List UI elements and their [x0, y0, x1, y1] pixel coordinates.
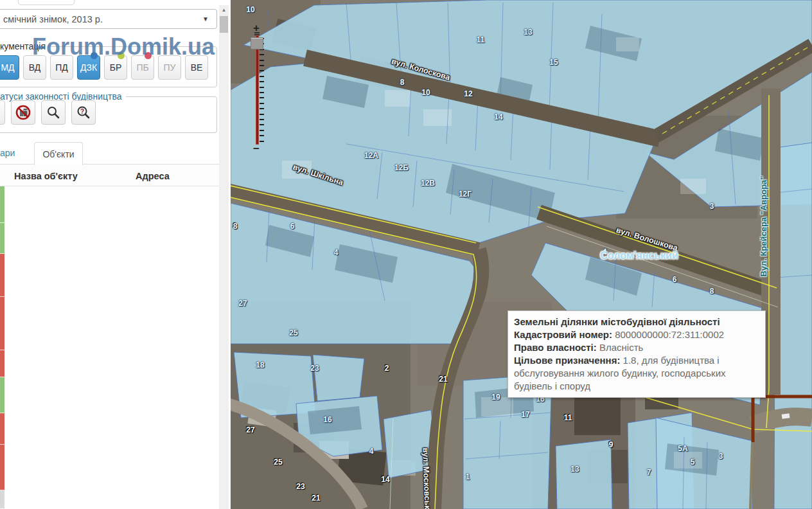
zoom-tick	[260, 87, 264, 88]
parcel-number: 11	[564, 413, 572, 422]
scrollbar-thumb[interactable]	[220, 16, 228, 33]
status-buttons: ?	[0, 100, 96, 125]
doc-button-МД[interactable]: МД	[0, 55, 19, 80]
zoom-tick	[260, 141, 264, 142]
row-status-strip	[0, 350, 4, 377]
doc-button-badge	[145, 52, 152, 59]
no-construction-icon[interactable]	[11, 100, 35, 125]
parcel-number: 6	[673, 275, 677, 284]
parcel-number: 9	[609, 440, 613, 449]
zoom-tick	[260, 76, 264, 77]
basemap-select-value: смічний знімок, 2013 р.	[3, 14, 103, 24]
row-status-strip	[0, 377, 4, 413]
zoom-tick	[260, 81, 264, 82]
zoom-tick	[260, 124, 264, 125]
zoom-tick	[260, 92, 264, 93]
zoom-tick	[260, 70, 264, 71]
doc-button-badge	[91, 52, 98, 59]
tab-objects[interactable]: Об'єкти	[34, 142, 83, 165]
parcel-number: 1	[466, 472, 470, 481]
parcel-number: 27	[246, 425, 254, 434]
column-header-address: Адреса	[136, 171, 170, 181]
map-canvas[interactable]: + − 10111315810121412А12Б12В12Г386446827…	[231, 0, 812, 509]
parcel-number: 8	[400, 78, 405, 87]
search-help-icon[interactable]: ?	[71, 100, 96, 125]
zoom-tick	[260, 60, 264, 61]
doc-button-ПД[interactable]: ПД	[50, 55, 73, 80]
results-table-header: Назва об'єкту Адреса	[0, 165, 219, 186]
row-status-strip	[0, 445, 4, 490]
doc-button-ВЕ[interactable]: ВЕ	[185, 55, 208, 80]
parcel-number: 4	[334, 248, 339, 257]
parcel-number: 3	[710, 202, 714, 211]
parcel-info-tooltip: Земельні ділянки містобудівної діяльност…	[508, 310, 766, 398]
street-label: Вул. Крейсера "Аврора"	[759, 175, 768, 276]
parcel-number: 13	[524, 28, 532, 37]
parcel-number: 16	[323, 415, 331, 424]
doc-button-ПУ[interactable]: ПУ	[158, 55, 181, 80]
parcel-number: 15	[549, 58, 558, 67]
district-label: Солом'янський	[600, 250, 678, 262]
parcel-number: 7	[647, 468, 651, 477]
zoom-tick	[260, 103, 264, 104]
parcel-number: 23	[296, 482, 304, 491]
parcel-number: 25	[289, 328, 297, 337]
tab-divider	[0, 164, 219, 165]
parcel-number: 21	[439, 375, 447, 384]
parcel-number: 21	[312, 494, 320, 503]
parcel-number: 10	[421, 88, 430, 97]
parcel-number: 4	[369, 447, 374, 456]
zoom-tick	[260, 108, 264, 109]
row-status-strip	[0, 413, 4, 445]
parcel-number: 27	[238, 299, 247, 308]
parcel-number: 14	[494, 112, 502, 121]
parcel-number: 5	[691, 458, 695, 467]
zoom-slider-track[interactable]	[256, 35, 259, 145]
sidebar-panel: смічний знімок, 2013 р. ▼ кументація МДВ…	[0, 0, 219, 509]
doc-button-ПБ[interactable]: ПБ	[131, 55, 154, 80]
parcel-number: 19	[491, 393, 500, 402]
zoom-slider-handle[interactable]	[251, 37, 263, 49]
column-header-name: Назва об'єкту	[14, 171, 78, 181]
parcel-number: 17	[521, 410, 529, 419]
search-icon[interactable]	[41, 100, 66, 125]
parcel-number: 18	[256, 361, 264, 370]
zoom-tick	[260, 135, 264, 136]
doc-button-БР[interactable]: БР	[104, 55, 127, 80]
parcel-number: 12А	[364, 151, 378, 160]
doc-button-ДЗК[interactable]: ДЗК	[77, 55, 100, 80]
tooltip-row: Цільове призначення: 1.8, для будівництв…	[514, 354, 759, 393]
parcel-number: 14	[381, 475, 389, 484]
row-status-strip	[0, 223, 4, 254]
parcel-number: 6	[290, 222, 295, 231]
scrollbar-up-arrow[interactable]: ▲	[219, 5, 229, 15]
row-status-strips	[0, 186, 4, 509]
zoom-tick	[260, 114, 264, 115]
sidebar-scrollbar[interactable]: ▲	[219, 5, 229, 509]
parcel-number: 5А	[678, 444, 687, 453]
parcel-number: 12Г	[459, 190, 472, 199]
tooltip-row: Право власності: Власність	[514, 341, 759, 354]
collapsed-panel-edge	[18, 0, 75, 5]
parcel-number: 10	[246, 5, 254, 14]
basemap-select[interactable]: смічний знімок, 2013 р. ▼	[0, 9, 217, 29]
tooltip-title: Земельні ділянки містобудівної діяльност…	[514, 316, 759, 328]
tooltip-row: Кадастровий номер: 8000000000:72:311:000…	[514, 328, 759, 341]
parcel-number: 8	[710, 287, 714, 296]
map-zoom-control: + −	[249, 22, 265, 157]
parcel-number: 12В	[421, 179, 435, 188]
tab-layers[interactable]: ари	[0, 148, 15, 158]
parcel-number: 12	[464, 89, 472, 98]
chevron-down-icon: ▼	[202, 15, 209, 22]
zoom-out-button[interactable]: −	[251, 143, 261, 156]
documentation-buttons: МДВДПДДЗКБРПБПУВЕ	[0, 55, 208, 80]
row-status-strip	[0, 297, 4, 350]
zoom-scale-top-mark	[254, 32, 260, 33]
building-permit-icon[interactable]	[0, 100, 5, 125]
parcel-number: 3	[719, 452, 723, 461]
doc-button-ВД[interactable]: ВД	[23, 55, 46, 80]
row-status-strip	[0, 490, 4, 509]
row-status-strip	[0, 254, 4, 297]
doc-button-badge	[118, 52, 125, 59]
zoom-tick	[260, 97, 264, 98]
